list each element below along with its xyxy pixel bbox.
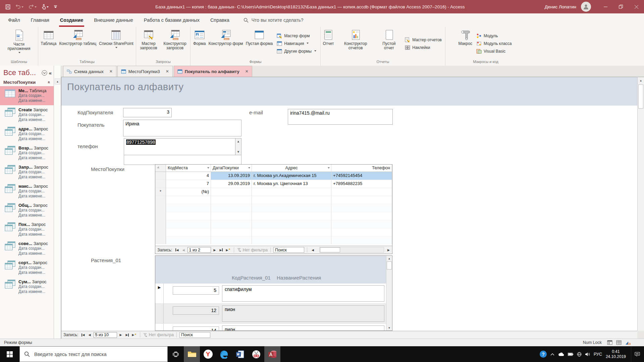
- next-record-button[interactable]: ▶: [212, 247, 218, 253]
- more-forms-button[interactable]: Другие формы: [277, 49, 316, 54]
- column-header[interactable]: КодМеста: [166, 165, 211, 172]
- table-cell[interactable]: 13.09.2019: [211, 172, 252, 180]
- tell-me-search[interactable]: Что вы хотите сделать?: [244, 17, 304, 23]
- new-record-selector[interactable]: *: [155, 188, 166, 196]
- scroll-up-icon[interactable]: ▲: [638, 78, 643, 83]
- datasheet-view-button[interactable]: [616, 340, 622, 345]
- nav-pane-item[interactable]: Create ЗапросДата создан...Дата измене..…: [0, 105, 54, 124]
- table-button[interactable]: Таблица: [39, 28, 58, 59]
- nav-pane-item[interactable]: Запр... ЗапросДата создан...Дата измене.…: [0, 163, 54, 182]
- avatar[interactable]: [581, 2, 591, 12]
- record-selector[interactable]: [155, 172, 166, 180]
- macro-button[interactable]: Макрос: [457, 28, 473, 59]
- nav-pane-item[interactable]: Сум... ЗапросДата создан...Дата измене..…: [0, 277, 54, 296]
- taskbar-app-yandex[interactable]: Y: [200, 346, 216, 362]
- table-cell[interactable]: 4: [166, 172, 211, 180]
- subform2-record[interactable]: 14пион: [155, 324, 386, 331]
- form-design-button[interactable]: Конструктор форм: [207, 28, 244, 59]
- table-cell[interactable]: 7: [166, 180, 211, 188]
- email-field[interactable]: irina7415.@mail.ru: [288, 109, 393, 125]
- document-tab[interactable]: МестоПокупки3✕: [117, 66, 173, 77]
- taskbar-app-word[interactable]: [232, 346, 248, 362]
- ribbon-tab[interactable]: Создание: [55, 13, 89, 27]
- blank-form-button[interactable]: Пустая форма: [245, 28, 274, 59]
- save-icon[interactable]: [5, 4, 10, 9]
- record-position-input[interactable]: [187, 247, 211, 253]
- document-tab[interactable]: Схема данных✕: [63, 66, 116, 77]
- volume-icon[interactable]: [585, 352, 590, 356]
- scroll-up-icon[interactable]: ▲: [235, 139, 241, 144]
- form-button[interactable]: Форма: [192, 28, 207, 59]
- nav-pane-group-header[interactable]: МестоПокупки «: [0, 78, 54, 86]
- record-selector[interactable]: [155, 180, 166, 188]
- horizontal-scrollbar[interactable]: [319, 247, 384, 253]
- nav-pane-item[interactable]: Пок... ЗапросДата создан...Дата измене..…: [0, 220, 54, 239]
- taskbar-app-explorer[interactable]: [184, 346, 200, 362]
- plant-name-field[interactable]: пион: [222, 305, 384, 322]
- taskbar-app-snipping[interactable]: [248, 346, 264, 362]
- table-cell[interactable]: г. Москва ул.Академическая 15: [252, 172, 331, 180]
- next-record-button[interactable]: ▶: [118, 332, 124, 338]
- get-help-icon[interactable]: ?: [540, 351, 547, 358]
- query-wizard-button[interactable]: Мастер запросов: [137, 28, 160, 59]
- class-module-button[interactable]: Модуль класса: [476, 41, 512, 46]
- close-tab-icon[interactable]: ✕: [245, 69, 249, 74]
- record-selector[interactable]: [155, 304, 164, 323]
- form-wizard-button[interactable]: Мастер форм: [277, 33, 316, 39]
- undo-dropdown-icon[interactable]: [21, 6, 23, 9]
- query-design-button[interactable]: Конструктор запросов: [160, 28, 190, 59]
- navigation-button[interactable]: Навигация: [277, 41, 316, 46]
- network-icon[interactable]: [577, 352, 582, 357]
- nav-pane-item[interactable]: Ме... ТаблицаДата создан...Дата измене..…: [0, 86, 54, 105]
- onedrive-icon[interactable]: [558, 352, 564, 356]
- task-view-button[interactable]: [168, 346, 184, 362]
- new-record-marker[interactable]: (№): [166, 188, 211, 196]
- ribbon-tab[interactable]: Файл: [3, 13, 25, 27]
- user-name[interactable]: Денис Лопатин: [545, 4, 576, 9]
- application-parts-button[interactable]: Части приложения: [1, 28, 37, 59]
- filter-status[interactable]: Нет фильтра: [237, 248, 268, 252]
- plant-id-field[interactable]: 12: [173, 306, 219, 315]
- table-cell[interactable]: [211, 188, 252, 196]
- ribbon-tab[interactable]: Внешние данные: [89, 13, 139, 27]
- ribbon-tab[interactable]: Работа с базами данных: [139, 13, 205, 27]
- subform2-scrollbar[interactable]: ▲ ▼: [386, 256, 392, 330]
- kod-field[interactable]: 3: [123, 108, 172, 117]
- new-record-button[interactable]: ▶*: [131, 332, 137, 338]
- table-cell[interactable]: +78954882235: [331, 180, 392, 188]
- table-cell[interactable]: 29.09.2019: [211, 180, 252, 188]
- right-scrollbar[interactable]: ▲: [637, 77, 644, 331]
- previous-record-button[interactable]: ◀: [181, 247, 186, 253]
- left-scrollbar[interactable]: ▲: [54, 66, 61, 339]
- hidden-icons-chevron[interactable]: [550, 353, 554, 356]
- phone-extra-field[interactable]: [124, 155, 241, 165]
- touch-mode-dropdown-icon[interactable]: [47, 6, 49, 9]
- table-row[interactable]: 413.09.2019г. Москва ул.Академическая 15…: [155, 172, 392, 180]
- scroll-right-icon[interactable]: ▶: [386, 247, 391, 253]
- table-cell[interactable]: [331, 188, 392, 196]
- table-cell[interactable]: г. Москва ул. Цветочная 13: [252, 180, 331, 188]
- report-button[interactable]: Отчет: [321, 28, 335, 59]
- close-button[interactable]: [629, 0, 644, 13]
- restore-button[interactable]: [613, 0, 629, 13]
- taskbar-app-edge[interactable]: [216, 346, 232, 362]
- scroll-up-icon[interactable]: ▲: [386, 256, 392, 261]
- document-tab[interactable]: Покупатель по алфавиту✕: [174, 66, 252, 77]
- table-cell[interactable]: +74592145454: [331, 172, 392, 180]
- subform2-record[interactable]: 12пион: [155, 304, 386, 324]
- touch-mode-icon[interactable]: [42, 4, 49, 9]
- redo-dropdown-icon[interactable]: [35, 6, 37, 9]
- subform2-record[interactable]: ▶5спатифилум: [155, 284, 386, 304]
- last-record-button[interactable]: ▶: [125, 332, 130, 338]
- first-record-button[interactable]: ◀: [80, 332, 86, 338]
- module-button[interactable]: Модуль: [476, 33, 512, 39]
- table-row[interactable]: 729.09.2019г. Москва ул. Цветочная 13+78…: [155, 180, 392, 188]
- first-record-button[interactable]: ◀: [174, 247, 180, 253]
- sharepoint-lists-button[interactable]: Списки SharePoint: [98, 28, 135, 59]
- nav-pane-menu-icon[interactable]: [42, 70, 47, 76]
- column-dropdown-icon[interactable]: [328, 167, 330, 170]
- buyer-field[interactable]: Ирина: [123, 120, 241, 136]
- form-view-button[interactable]: [607, 340, 612, 345]
- last-record-button[interactable]: ▶: [219, 247, 224, 253]
- phone-scrollbar[interactable]: ▲ ▼: [235, 138, 241, 155]
